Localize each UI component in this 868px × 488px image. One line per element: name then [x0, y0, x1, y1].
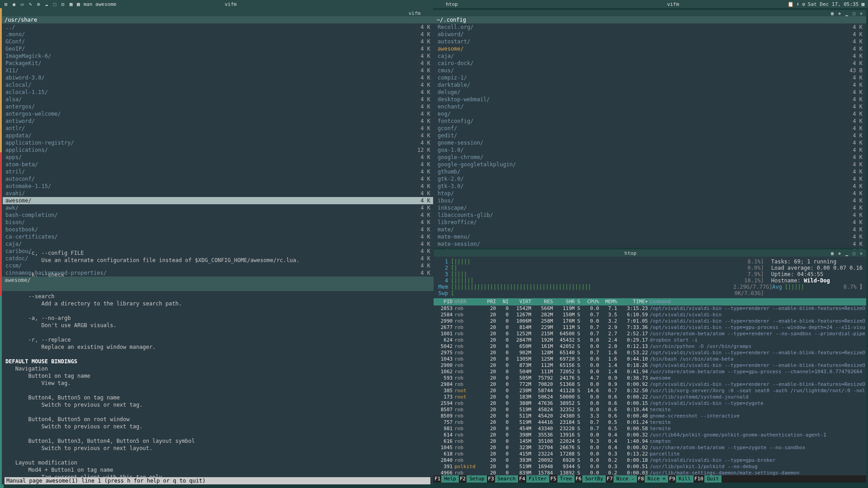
file-item[interactable]: libreoffice/4 K — [435, 219, 865, 226]
process-row[interactable]: 391polkitd200519M169489344S0.00.30:00.51… — [434, 464, 866, 470]
systray-icon[interactable]: ⬇ — [797, 1, 800, 7]
process-row[interactable]: 981rob200454M4334023228S0.70.50:00.58ter… — [434, 426, 866, 432]
file-item[interactable]: bash-completion/4 K — [3, 211, 433, 219]
tag-icon[interactable]: ⚙ — [35, 1, 42, 7]
process-row[interactable]: 173root200183M5062450000S0.00.60:00.22/u… — [434, 394, 866, 400]
fn-label[interactable]: Kill — [676, 475, 693, 483]
systray-icon[interactable]: 📋 — [788, 1, 794, 7]
file-item[interactable]: fontconfig/4 K — [435, 117, 865, 125]
file-item[interactable]: GConf/4 K — [3, 38, 433, 45]
task-item[interactable]: vifm — [562, 1, 783, 7]
layout-icon[interactable]: ▦ — [77, 1, 80, 7]
fn-label[interactable]: Setup — [467, 475, 487, 483]
file-item[interactable]: eog/4 K — [435, 110, 865, 117]
tag-icon[interactable]: ⊞ — [3, 1, 9, 7]
htop-column-header[interactable]: PIDUSERPRINIVIRTRESSHRSCPU%MEM%TIME+Comm… — [434, 298, 866, 305]
fn-key[interactable]: F3 — [487, 475, 495, 483]
process-row[interactable]: 2840rob200393M200926920S0.00.20:00.18/op… — [434, 457, 866, 464]
file-item[interactable]: X11/4 K — [3, 67, 433, 74]
column-header[interactable]: NI — [497, 298, 509, 305]
file-item[interactable]: atom-beta/4 K — [3, 161, 433, 168]
file-item[interactable]: application-registry/4 K — [3, 139, 433, 146]
process-row[interactable]: 1001rob2001252M215M64500S0.72.72:52.17/u… — [434, 331, 866, 337]
file-item[interactable]: GeoIP/4 K — [3, 45, 433, 52]
process-row[interactable]: 2594rob200388M4763638952S0.00.60:00.15/o… — [434, 400, 866, 407]
file-item[interactable]: ca-certificates/4 K — [3, 233, 433, 240]
process-row[interactable]: 8507rob200519M4582432352S0.00.60:19.44te… — [434, 407, 866, 413]
file-item[interactable]: PackageKit/4 K — [3, 60, 433, 67]
fn-label[interactable]: Tree — [557, 475, 575, 483]
column-header[interactable]: TIME+ — [618, 298, 649, 305]
fn-key[interactable]: F4 — [518, 475, 526, 483]
file-item[interactable]: libaccounts-glib/4 K — [435, 211, 865, 219]
fn-key[interactable]: F5 — [549, 475, 557, 483]
file-item[interactable]: enchant/4 K — [435, 103, 865, 110]
maximize-icon[interactable]: ▢ — [851, 250, 857, 256]
file-item[interactable]: gconf/4 K — [435, 125, 865, 132]
file-item[interactable]: cairo-dock/4 K — [435, 60, 865, 67]
process-row[interactable]: 618rob200415M2322417288S0.00.30:13.22par… — [434, 451, 866, 457]
process-row[interactable]: 385root200230M5874441128S14.60.78:32.50/… — [434, 388, 866, 394]
file-item[interactable]: ../4 K — [3, 23, 433, 31]
file-item[interactable]: gnome-session/4 K — [435, 139, 865, 146]
fn-label[interactable]: Nice + — [645, 475, 668, 483]
file-item[interactable]: avahi/4 K — [3, 190, 433, 197]
file-item[interactable]: alsa/4 K — [3, 96, 433, 103]
process-row[interactable]: 2990rob2001006M258M176MS0.03.27:01.05/op… — [434, 318, 866, 324]
systray-icon[interactable]: ⚙ — [802, 1, 805, 7]
file-item[interactable]: goa-1.0/4 K — [435, 146, 865, 154]
htop-function-bar[interactable]: F1HelpF2SetupF3SearchF4FilterF5TreeF6Sor… — [434, 475, 866, 483]
column-header[interactable]: RES — [532, 298, 554, 305]
column-header[interactable]: PRI — [481, 298, 497, 305]
file-item[interactable]: awesome/4 K — [3, 197, 433, 204]
process-row[interactable]: 4966rob200839M1578413892S0.00.20:00.03/u… — [434, 470, 866, 475]
column-header[interactable]: S — [576, 298, 582, 305]
tag-icon[interactable]: ◉ — [11, 1, 17, 7]
file-item[interactable]: gtk-2.0/4 K — [435, 175, 865, 183]
file-item[interactable]: gtk-3.0/4 K — [435, 183, 865, 190]
floating-icon[interactable]: ✥ — [836, 10, 843, 16]
minimize-icon[interactable]: ▁ — [844, 250, 850, 256]
file-item[interactable]: google-chrome/4 K — [435, 154, 865, 161]
minimize-icon[interactable]: ▁ — [844, 10, 850, 16]
vifm-right-panel[interactable]: ~/.config Recoll.org/4 Kabiword/4 Kautos… — [434, 16, 866, 277]
task-item[interactable]: vifm — [120, 1, 341, 7]
process-row[interactable]: 2584rob2001267M282M150MS0.73.56:10.59/op… — [434, 312, 866, 318]
taglist[interactable]: ⊞ ◉ ▭ ✎ ⚙ ☁ ⬚ ⊡ ▦ — [0, 1, 77, 7]
file-item[interactable]: automake-1.15/4 K — [3, 183, 433, 190]
process-row[interactable]: 8509rob200511M4542024380S3.30.60:00.48gn… — [434, 413, 866, 419]
file-item[interactable]: ccsm/4 K — [3, 262, 433, 269]
tasklist[interactable]: vifm htop vifm — [120, 1, 783, 7]
file-item[interactable]: gedit/4 K — [435, 132, 865, 139]
fn-label[interactable]: SortBy — [582, 475, 606, 483]
file-item[interactable]: .mono/4 K — [3, 31, 433, 38]
column-header[interactable]: USER — [453, 298, 481, 305]
fn-key[interactable]: F7 — [606, 475, 613, 483]
file-item[interactable]: caja/4 K — [435, 52, 865, 60]
file-item[interactable]: desktop-webmail/4 K — [435, 96, 865, 103]
file-item[interactable]: Recoll.org/4 K — [435, 23, 865, 31]
process-row[interactable]: 2900rob200873M112M65156S0.01.40:18.26/op… — [434, 362, 866, 369]
file-item[interactable]: atril/4 K — [3, 168, 433, 175]
layout-indicator-icon[interactable]: ▦ — [861, 1, 864, 7]
process-row[interactable]: 614rob200398M3553613916S0.00.40:00.32/us… — [434, 432, 866, 438]
file-item[interactable]: apps/4 K — [3, 154, 433, 161]
file-item[interactable]: darktable/4 K — [435, 81, 865, 89]
process-row[interactable]: 2677rob200814M229M111MS0.72.97:33.36/opt… — [434, 324, 866, 331]
file-item[interactable]: caribou/4 K — [3, 248, 433, 255]
fn-key[interactable]: F6 — [575, 475, 582, 483]
fn-label[interactable]: Quit — [704, 475, 722, 483]
floating-icon[interactable]: ✥ — [836, 250, 843, 256]
file-item[interactable]: cinnamon-background-properties/4 K — [3, 269, 433, 277]
file-item[interactable]: mate-menu/4 K — [435, 233, 865, 240]
file-item[interactable]: aclocal-1.15/4 K — [3, 89, 433, 96]
column-header[interactable]: VIRT — [509, 298, 532, 305]
process-row[interactable]: 1045rob200323M3270426676S0.00.40:00.02/u… — [434, 445, 866, 451]
file-item[interactable]: autoconf/4 K — [3, 175, 433, 183]
process-row[interactable]: 5042rob200650M161M42052S0.02.00:12.13/us… — [434, 343, 866, 350]
file-item[interactable]: autostart/4 K — [435, 38, 865, 45]
file-item[interactable]: htop/4 K — [435, 190, 865, 197]
file-item[interactable]: bison/4 K — [3, 219, 433, 226]
ontop-icon[interactable]: ▦ — [829, 10, 835, 16]
fn-key[interactable]: F8 — [637, 475, 645, 483]
